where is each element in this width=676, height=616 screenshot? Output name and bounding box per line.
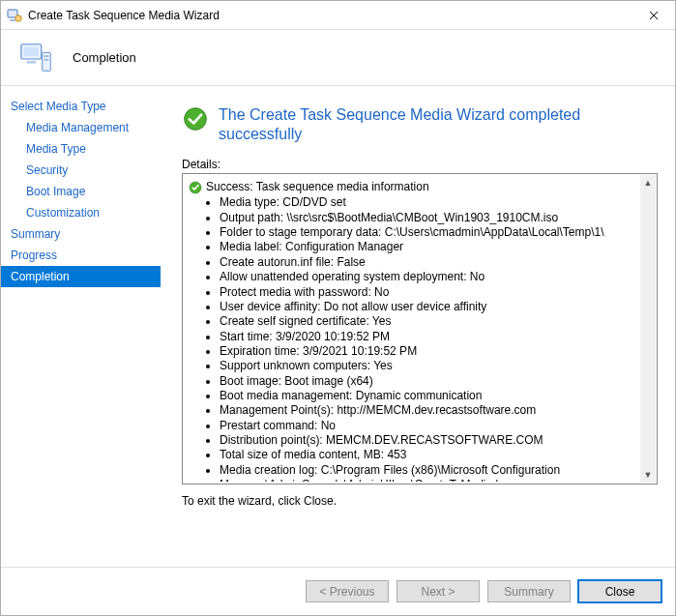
sidebar-item[interactable]: Customization xyxy=(1,202,161,223)
details-item: Media label: Configuration Manager xyxy=(220,240,633,254)
details-content: Success: Task sequence media information… xyxy=(185,176,639,482)
success-banner: The Create Task Sequence Media Wizard co… xyxy=(182,105,658,144)
wizard-body: Select Media TypeMedia ManagementMedia T… xyxy=(1,86,675,567)
details-heading-text: Success: Task sequence media information xyxy=(206,180,429,194)
wizard-main: The Create Task Sequence Media Wizard co… xyxy=(161,86,675,567)
details-item: Support unknown computers: Yes xyxy=(220,359,633,373)
wizard-sidebar: Select Media TypeMedia ManagementMedia T… xyxy=(1,86,161,567)
details-list: Media type: CD/DVD setOutput path: \\src… xyxy=(206,195,633,482)
sidebar-item[interactable]: Media Type xyxy=(1,138,161,160)
sidebar-item[interactable]: Completion xyxy=(1,266,161,287)
details-item: Prestart command: No xyxy=(220,419,633,433)
svg-rect-7 xyxy=(44,55,49,57)
scroll-up-icon[interactable]: ▲ xyxy=(640,175,656,191)
window-title: Create Task Sequence Media Wizard xyxy=(28,9,632,22)
wizard-header-icon xyxy=(18,40,55,76)
previous-button: < Previous xyxy=(306,580,389,602)
details-item: Boot media management: Dynamic communica… xyxy=(220,389,633,403)
sidebar-item[interactable]: Security xyxy=(1,160,161,181)
details-item: Media creation log: C:\Program Files (x8… xyxy=(220,463,633,482)
close-button[interactable]: Close xyxy=(578,580,661,602)
success-check-icon xyxy=(182,105,209,132)
sidebar-item[interactable]: Media Management xyxy=(1,117,161,138)
details-item: Create autorun.inf file: False xyxy=(220,255,633,270)
sidebar-item[interactable]: Summary xyxy=(1,223,161,245)
details-label: Details: xyxy=(182,158,658,171)
svg-rect-4 xyxy=(24,46,39,56)
details-item: Folder to stage temporary data: C:\Users… xyxy=(220,225,633,240)
sidebar-item[interactable]: Progress xyxy=(1,245,161,266)
details-item: Allow unattended operating system deploy… xyxy=(220,270,633,284)
sidebar-item[interactable]: Boot Image xyxy=(1,181,161,202)
details-item: Output path: \\src\src$\BootMedia\CMBoot… xyxy=(220,211,633,225)
wizard-window: Create Task Sequence Media Wizard Comple… xyxy=(0,0,676,616)
next-button: Next > xyxy=(397,580,480,602)
details-item: Distribution point(s): MEMCM.DEV.RECASTS… xyxy=(220,433,633,448)
svg-rect-8 xyxy=(44,58,49,60)
window-close-button[interactable] xyxy=(632,1,675,29)
details-item: Expiration time: 3/9/2021 10:19:52 PM xyxy=(220,344,633,359)
wizard-header-title: Completion xyxy=(73,50,136,65)
svg-point-2 xyxy=(15,15,21,20)
titlebar: Create Task Sequence Media Wizard xyxy=(1,1,675,30)
details-heading: Success: Task sequence media information xyxy=(189,180,633,194)
details-scrollbar[interactable]: ▲ ▼ xyxy=(640,175,656,483)
details-item: Start time: 3/9/2020 10:19:52 PM xyxy=(220,330,633,344)
success-message: The Create Task Sequence Media Wizard co… xyxy=(219,105,658,144)
summary-button: Summary xyxy=(487,580,571,602)
details-item: Boot image: Boot image (x64) xyxy=(220,374,633,389)
details-item: Protect media with password: No xyxy=(220,285,633,300)
wizard-footer: < Previous Next > Summary Close xyxy=(1,567,675,615)
sidebar-item[interactable]: Select Media Type xyxy=(1,96,161,117)
app-icon xyxy=(7,8,22,23)
details-item: Management Point(s): http://MEMCM.dev.re… xyxy=(220,403,633,418)
details-item: User device affinity: Do not allow user … xyxy=(220,300,633,314)
svg-rect-5 xyxy=(27,60,37,63)
details-item: Media type: CD/DVD set xyxy=(220,195,633,210)
details-item: Create self signed certificate: Yes xyxy=(220,314,633,329)
wizard-header: Completion xyxy=(1,30,675,86)
success-check-icon xyxy=(189,181,202,194)
svg-rect-1 xyxy=(10,19,15,21)
details-item: Total size of media content, MB: 453 xyxy=(220,448,633,462)
details-box: Success: Task sequence media information… xyxy=(182,173,658,484)
exit-hint: To exit the wizard, click Close. xyxy=(182,494,658,508)
scroll-down-icon[interactable]: ▼ xyxy=(640,467,656,483)
